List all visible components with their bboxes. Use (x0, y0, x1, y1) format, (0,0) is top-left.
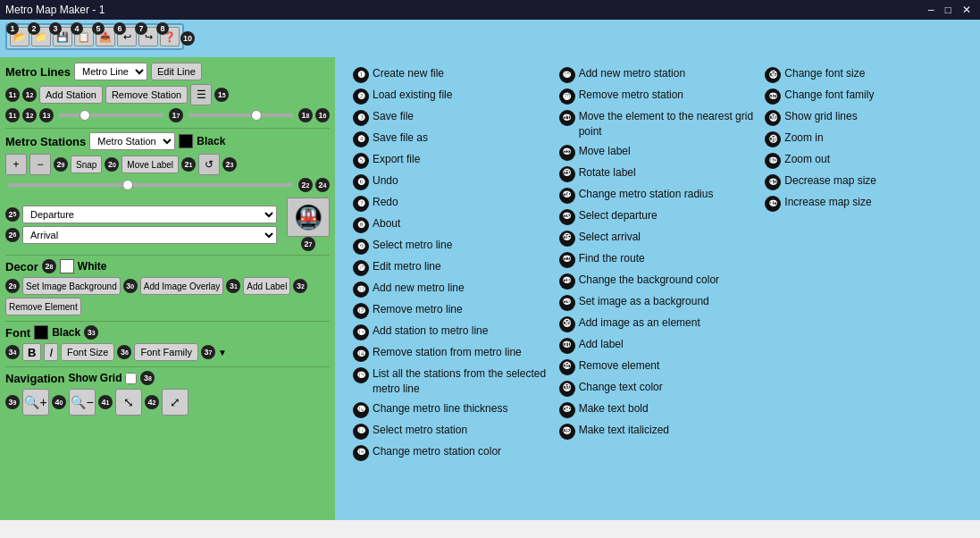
badge-29d: 29 (5, 279, 20, 293)
train-icon-button[interactable]: 🚇 (287, 198, 330, 237)
help-item: ❿ Edit metro line (353, 259, 550, 276)
load-file-button[interactable]: 2📁 (31, 27, 51, 46)
help-item: ❻ Undo (353, 173, 550, 190)
decrease-map-button[interactable]: ⤡ (115, 389, 142, 416)
help-item: ㉘ Change the background color (559, 273, 757, 290)
help-item: ❼ Redo (353, 195, 550, 212)
toolbar-row: 1📂 2📁 3💾 4📋 5📤 6↩ 7↪ 8❓ (5, 23, 975, 50)
help-text-38: Show grid lines (784, 109, 857, 124)
badge-36: 36 (117, 345, 131, 359)
help-text-33: Change text color (579, 380, 663, 395)
help-item: ㊵ Zoom out (765, 152, 962, 169)
new-file-button[interactable]: 1📂 (10, 27, 29, 46)
metro-line-select[interactable]: Metro Line (74, 63, 147, 80)
help-badge-10: ❿ (353, 260, 369, 276)
snap-button[interactable]: Snap (71, 156, 102, 173)
help-badge-27: ㉗ (559, 252, 575, 268)
help-badge-26: ㉖ (559, 231, 575, 247)
show-grid-label: Show Grid (68, 372, 121, 384)
help-text-31: Add label (579, 337, 624, 352)
zoom-in-button[interactable]: 🔍+ (22, 389, 49, 416)
bold-button[interactable]: B (22, 343, 41, 361)
add-image-overlay-button[interactable]: Add Image Overlay (140, 277, 224, 295)
remove-element-button[interactable]: Remove Element (5, 298, 81, 315)
help-item: ❷ Load existing file (353, 88, 550, 105)
arrival-select[interactable]: Arrival (22, 226, 277, 244)
save-as-button[interactable]: 4📋 (74, 27, 94, 46)
set-image-bg-button[interactable]: Set Image Background (22, 277, 121, 295)
metro-lines-section: Metro Lines Metro Line Edit Line 11 12 A… (5, 63, 330, 122)
help-item: ㉔ Change metro station radius (559, 187, 757, 204)
help-text-27: Find the route (579, 251, 645, 266)
decor-color-box (60, 259, 74, 273)
toolbar-group: 1📂 2📁 3💾 4📋 5📤 6↩ 7↪ 8❓ (5, 23, 184, 50)
help-item: ㊶ Decrease map size (765, 173, 962, 190)
help-badge-33: ㉝ (559, 381, 575, 397)
about-button[interactable]: 8❓ (160, 27, 180, 46)
edit-line-button[interactable]: Edit Line (151, 63, 202, 80)
metro-lines-title: Metro Lines (5, 65, 71, 79)
badge-11: 11 (5, 88, 20, 102)
badge-20: 20 (105, 157, 119, 172)
undo-button[interactable]: 6↩ (117, 27, 137, 46)
help-item: ㉝ Change text color (559, 380, 757, 397)
badge-23: 23 (222, 157, 237, 172)
badge-18: 18 (298, 108, 313, 122)
minimize-button[interactable]: – (925, 4, 938, 16)
add-station-button[interactable]: Add Station (39, 86, 103, 104)
minus-station-button[interactable]: − (29, 154, 51, 175)
help-badge-16: ⓰ (353, 402, 369, 418)
metro-station-select[interactable]: Metro Station (89, 132, 175, 150)
show-grid-checkbox[interactable] (125, 373, 137, 384)
badge-27: 27 (301, 237, 315, 251)
badge-30: 30 (123, 279, 138, 293)
help-badge-15: ⓯ (353, 367, 369, 383)
help-item: ㉙ Set image as a background (559, 294, 757, 311)
help-badge-19: ⓳ (559, 67, 575, 83)
remove-station-button[interactable]: Remove Station (105, 86, 188, 104)
export-button[interactable]: 5📤 (96, 27, 115, 46)
help-item: ❽ About (353, 216, 550, 233)
help-badge-4: ❹ (353, 131, 369, 147)
badge-12b: 12 (22, 108, 37, 122)
help-badge-42: ㊷ (765, 196, 781, 212)
help-item: ㉚ Add image as an element (559, 315, 757, 332)
help-text-17: Select metro station (373, 423, 467, 438)
list-icon-button[interactable]: ☰ (190, 84, 212, 105)
help-badge-2: ❷ (353, 88, 369, 105)
help-text-16: Change metro line thickness (373, 401, 507, 416)
badge-34: 34 (5, 345, 20, 359)
move-label-button[interactable]: Move Label (121, 156, 179, 173)
help-badge-8: ❽ (353, 217, 369, 233)
help-item: ❹ Save file as (353, 130, 550, 147)
increase-map-button[interactable]: ⤢ (162, 389, 188, 416)
font-color-box (34, 325, 48, 340)
help-text-10: Edit metro line (373, 259, 441, 274)
help-text-15: List all the stations from the selected … (373, 366, 550, 397)
badge-12: 12 (22, 88, 37, 102)
navigation-title: Navigation (5, 372, 64, 385)
help-text-8: About (373, 216, 400, 231)
help-text-23: Rotate label (579, 165, 636, 181)
close-button[interactable]: ✕ (959, 4, 975, 16)
font-family-button[interactable]: Font Family (134, 343, 197, 361)
help-text-22: Move label (579, 144, 631, 159)
badge-24: 24 (315, 178, 330, 192)
save-file-button[interactable]: 3💾 (53, 27, 72, 46)
help-text-37: Change font family (784, 88, 874, 103)
maximize-button[interactable]: □ (942, 4, 955, 16)
rotate-icon-button[interactable]: ↺ (198, 154, 220, 175)
plus-station-button[interactable]: + (5, 154, 27, 175)
add-label-button[interactable]: Add Label (243, 277, 290, 295)
departure-select[interactable]: Departure (22, 206, 277, 223)
help-text-29: Set image as a background (579, 294, 709, 309)
italic-button[interactable]: I (44, 343, 58, 361)
help-item: ㉜ Remove element (559, 358, 757, 375)
zoom-out-button[interactable]: 🔍− (69, 389, 96, 416)
redo-button[interactable]: 7↪ (138, 27, 158, 46)
help-badge-37: ㊲ (765, 88, 781, 105)
badge-31: 31 (226, 279, 240, 293)
help-item: ㊱ Change font size (765, 66, 962, 83)
font-size-button[interactable]: Font Size (61, 343, 114, 361)
metro-stations-controls: + − 29 Snap 20 Move Label 21 ↺ 23 (5, 154, 330, 175)
